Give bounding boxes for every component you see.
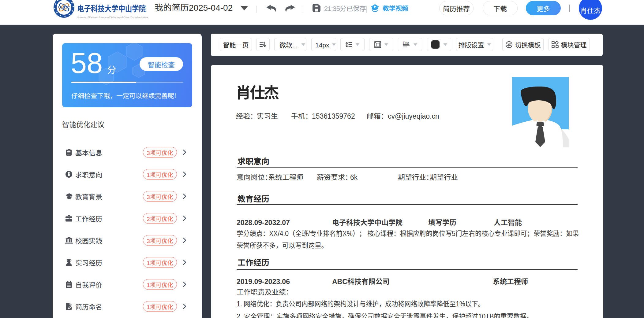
svg-text:Title: Title bbox=[403, 41, 409, 45]
